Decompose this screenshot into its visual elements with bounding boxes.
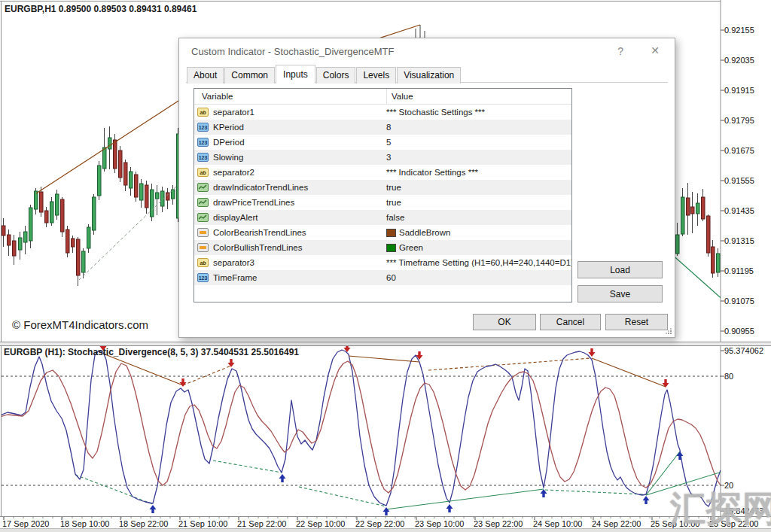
table-row[interactable]: abseparator3*** Timeframe Setting (H1=60… bbox=[194, 255, 571, 270]
resize-grip-icon[interactable] bbox=[665, 327, 672, 334]
save-button[interactable]: Save bbox=[577, 285, 663, 302]
candlestick bbox=[681, 188, 685, 236]
candlestick bbox=[82, 248, 86, 278]
bearish-divergence-dashed[interactable] bbox=[428, 358, 590, 370]
table-row[interactable]: 123DPeriod5 bbox=[194, 135, 571, 150]
variable-cell: 123Slowing bbox=[194, 153, 382, 162]
price-axis-label: 0.91555 bbox=[724, 176, 754, 185]
number-param-icon: 123 bbox=[197, 153, 209, 162]
bullish-divergence-dashed[interactable] bbox=[213, 461, 282, 473]
value-cell[interactable]: Green bbox=[382, 243, 571, 252]
number-param-icon: 123 bbox=[197, 138, 209, 147]
bullish-divergence-dashed[interactable] bbox=[299, 487, 386, 506]
value-cell[interactable]: true bbox=[382, 198, 571, 207]
variable-name: ColorBearishTrendLines bbox=[213, 228, 306, 237]
variable-cell: drawIndicatorTrendLines bbox=[194, 183, 382, 192]
color-swatch bbox=[386, 244, 396, 252]
table-row[interactable]: abseparator2*** Indicator Settings *** bbox=[194, 165, 571, 180]
time-axis-label: 24 Sep 10:00 bbox=[533, 519, 582, 528]
number-param-icon: 123 bbox=[197, 273, 209, 282]
bearish-divergence-line[interactable] bbox=[103, 354, 183, 385]
bullish-divergence-dashed[interactable] bbox=[545, 490, 644, 494]
text-param-icon: ab bbox=[197, 258, 209, 267]
tab-about[interactable]: About bbox=[187, 67, 224, 84]
column-header-value[interactable]: Value bbox=[387, 92, 571, 101]
bearish-divergence-line[interactable] bbox=[592, 358, 666, 387]
buy-arrow-icon bbox=[383, 507, 390, 515]
value-cell[interactable]: true bbox=[382, 183, 571, 192]
text-param-icon: ab bbox=[197, 168, 209, 177]
value-cell[interactable]: 8 bbox=[382, 123, 571, 132]
inputs-table: Variable Value abseparator1*** Stochasti… bbox=[194, 88, 572, 302]
candlestick bbox=[2, 218, 6, 247]
candlestick bbox=[124, 160, 128, 191]
table-row[interactable]: 123TimeFrame60 bbox=[194, 270, 571, 285]
candlestick bbox=[8, 230, 11, 256]
close-icon[interactable]: ✕ bbox=[651, 44, 660, 56]
candlestick bbox=[87, 224, 91, 253]
bearish-divergence-dashed[interactable] bbox=[183, 366, 231, 385]
table-row[interactable]: drawPriceTrendLinestrue bbox=[194, 195, 571, 210]
sell-arrow-icon bbox=[228, 359, 235, 367]
variable-cell: ColorBullishTrendLines bbox=[194, 243, 382, 252]
value-cell[interactable]: *** Indicator Settings *** bbox=[382, 168, 571, 177]
color-param-icon bbox=[197, 228, 209, 237]
table-row[interactable]: 123KPeriod8 bbox=[194, 120, 571, 135]
price-axis-label: 0.91195 bbox=[724, 266, 754, 275]
tab-levels[interactable]: Levels bbox=[356, 67, 396, 84]
table-row[interactable]: displayAlertfalse bbox=[194, 210, 571, 225]
dialog-title: Custom Indicator - Stochastic_Divergence… bbox=[191, 46, 394, 57]
value-text: *** Stochastic Settings *** bbox=[386, 108, 485, 117]
value-text: 3 bbox=[386, 153, 391, 162]
bearish-divergence-line[interactable] bbox=[349, 356, 419, 362]
tab-visualization[interactable]: Visualization bbox=[397, 67, 461, 84]
value-cell[interactable]: SaddleBrown bbox=[382, 228, 571, 237]
price-trendline[interactable] bbox=[79, 184, 178, 280]
candlestick bbox=[717, 248, 721, 277]
reset-button[interactable]: Reset bbox=[605, 314, 668, 330]
value-cell[interactable]: 5 bbox=[382, 138, 571, 147]
time-axis-label: 21 Sep 10:00 bbox=[178, 519, 227, 528]
variable-cell: 123TimeFrame bbox=[194, 273, 382, 282]
custom-indicator-dialog: Custom Indicator - Stochastic_Divergence… bbox=[178, 38, 675, 338]
variable-name: KPeriod bbox=[213, 123, 244, 132]
buy-arrow-icon bbox=[643, 496, 650, 504]
value-cell[interactable]: 3 bbox=[382, 153, 571, 162]
tab-inputs[interactable]: Inputs bbox=[276, 65, 315, 84]
value-cell[interactable]: 60 bbox=[382, 273, 571, 282]
candlestick bbox=[687, 183, 690, 235]
table-row[interactable]: drawIndicatorTrendLinestrue bbox=[194, 180, 571, 195]
ok-button[interactable]: OK bbox=[473, 314, 536, 330]
value-text: SaddleBrown bbox=[399, 228, 450, 237]
table-row[interactable]: 123Slowing3 bbox=[194, 150, 571, 165]
panel-divider[interactable] bbox=[0, 342, 771, 346]
price-trendline[interactable] bbox=[670, 253, 732, 308]
candlestick bbox=[40, 187, 44, 217]
price-axis-label: 0.90955 bbox=[724, 327, 754, 336]
bullish-divergence-line[interactable] bbox=[386, 489, 544, 509]
price-trendline[interactable] bbox=[36, 101, 178, 193]
tab-common[interactable]: Common bbox=[224, 67, 275, 84]
tab-colors[interactable]: Colors bbox=[316, 67, 356, 84]
variable-name: separator3 bbox=[213, 258, 254, 267]
indicator-axis-label: 80 bbox=[724, 372, 733, 381]
cancel-button[interactable]: Cancel bbox=[540, 314, 601, 330]
buy-arrow-icon bbox=[677, 451, 684, 460]
time-axis-label: 23 Sep 10:00 bbox=[415, 519, 464, 528]
help-icon[interactable]: ? bbox=[617, 45, 623, 57]
column-header-variable[interactable]: Variable bbox=[194, 89, 387, 104]
variable-cell: displayAlert bbox=[194, 213, 382, 222]
value-cell[interactable]: *** Stochastic Settings *** bbox=[382, 108, 571, 117]
forex-watermark: © ForexMT4Indicators.com bbox=[12, 318, 148, 331]
value-cell[interactable]: *** Timeframe Setting (H1=60,H4=240,1440… bbox=[382, 258, 571, 267]
load-button[interactable]: Load bbox=[577, 261, 663, 278]
value-cell[interactable]: false bbox=[382, 213, 571, 222]
buy-arrow-icon bbox=[446, 504, 453, 512]
table-row[interactable]: ColorBearishTrendLinesSaddleBrown bbox=[194, 225, 571, 240]
candlestick bbox=[103, 128, 107, 172]
candlestick bbox=[98, 161, 102, 200]
table-row[interactable]: abseparator1*** Stochastic Settings *** bbox=[194, 105, 571, 120]
bullish-divergence-dashed[interactable] bbox=[75, 475, 153, 504]
candlestick bbox=[130, 167, 133, 196]
table-row[interactable]: ColorBullishTrendLinesGreen bbox=[194, 240, 571, 255]
